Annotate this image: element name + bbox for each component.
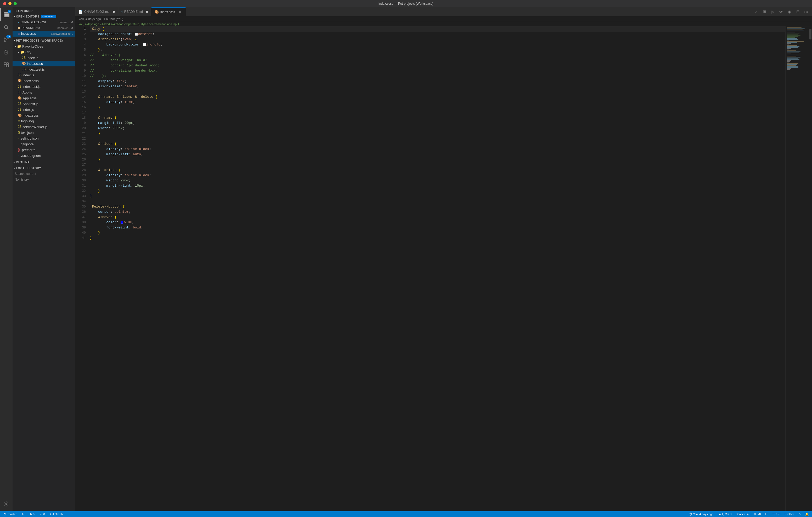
errors-count: 0 — [33, 513, 34, 516]
code-line-24: display: inline-block; — [90, 147, 785, 152]
scrollbar-thumb[interactable] — [809, 29, 811, 39]
workspace-header[interactable]: ▾ PET-PROJECTS (WORKSPACE) — [12, 38, 75, 43]
split-editor-button[interactable]: ⟐ — [752, 8, 760, 16]
spaces-status[interactable]: Spaces: 4 — [734, 513, 750, 516]
git-lens-right-status[interactable]: You, 4 days ago — [688, 513, 715, 516]
file-indexjs-city[interactable]: JS index.js — [12, 55, 75, 61]
file-eslintrc[interactable]: · .eslintrc.json — [12, 135, 75, 141]
ln-6: 6 — [75, 53, 86, 58]
code-line-3: &:nth-child(even) { — [90, 37, 785, 42]
code-line-15: display: flex; — [90, 99, 785, 105]
tab-changelog[interactable]: 📄 CHANGELOG.md — [75, 7, 118, 17]
activity-git[interactable]: 15 — [0, 33, 12, 46]
bell-status[interactable]: 🔔 — [804, 513, 810, 516]
run-button[interactable]: ▷ — [769, 8, 776, 16]
language-status[interactable]: SCSS — [772, 513, 781, 516]
indexjs2-label: index.js — [23, 108, 34, 112]
code-line-20: width: 200px; — [90, 126, 785, 131]
minimize-button[interactable] — [8, 2, 11, 5]
scss-icon-3: 🎨 — [18, 96, 22, 100]
ln-24: 24 — [75, 147, 86, 152]
breadcrumb-text: You, 4 days ago | 1 author (You) — [79, 17, 123, 21]
file-indexscss-city[interactable]: 🎨 index.scss — [12, 61, 75, 66]
ln-19: 19 — [75, 121, 86, 126]
outline-label: OUTLINE — [16, 161, 30, 164]
ln-10: 10 — [75, 73, 86, 79]
close-button[interactable] — [3, 2, 6, 5]
city-folder-icon: 📁 — [20, 50, 24, 54]
indextestjs-root-label: index.test.js — [23, 85, 40, 89]
json-icon-1: {} — [18, 131, 20, 134]
ln-16: 16 — [75, 105, 86, 110]
eye-button[interactable]: 👁 — [778, 8, 785, 16]
git-graph-status[interactable]: Git Graph — [49, 511, 64, 517]
status-bar: master ↻ ⊗ 0 ⚠ 0 Git Graph You, 4 days a… — [0, 511, 812, 517]
file-appjs[interactable]: JS App.js — [12, 89, 75, 95]
activity-settings[interactable] — [0, 499, 12, 511]
tab-readme[interactable]: ℹ README.md — [118, 7, 151, 17]
code-content[interactable]: .City { background-color: #efefef; &:nth… — [88, 26, 785, 511]
maximize-button[interactable] — [13, 2, 17, 5]
line-ending-status[interactable]: LF — [764, 513, 770, 516]
city-chevron: ▾ — [18, 51, 19, 54]
file-textjson[interactable]: {} text.json — [12, 130, 75, 135]
file-prettierrc[interactable]: {} .prettierrc — [12, 147, 75, 153]
svg-rect-9 — [4, 63, 6, 65]
open-editors-header[interactable]: ▾ OPEN EDITORS 1 UNSAVED — [12, 13, 75, 19]
folder-favoritecities[interactable]: ▾ 📁 FavoriteCities — [12, 43, 75, 49]
file-appscss[interactable]: 🎨 App.scss — [12, 95, 75, 101]
file-logosvg[interactable]: ◇ logo.svg — [12, 118, 75, 124]
file-apptestjs[interactable]: JS App.test.js — [12, 101, 75, 107]
sync-status[interactable]: ↻ — [21, 511, 25, 517]
folder-city[interactable]: ▾ 📁 City — [12, 49, 75, 55]
encoding-status[interactable]: UTF-8 — [752, 513, 762, 516]
code-line-23: &--icon { — [90, 142, 785, 147]
ln-1: 1 — [75, 26, 86, 32]
indexscss-close-button[interactable]: ✕ — [178, 9, 182, 14]
open-editor-indexscss[interactable]: ✕ index.scss accuweather-te... — [12, 31, 75, 37]
toggle-panel-button[interactable]: ⊞ — [761, 8, 768, 16]
activity-search[interactable] — [0, 21, 12, 33]
errors-status[interactable]: ⊗ 0 — [29, 511, 36, 517]
tab-indexscss[interactable]: 🎨 index.scss ✕ — [151, 7, 186, 17]
local-history-search[interactable]: Search: current — [12, 171, 75, 177]
more-button[interactable]: ••• — [803, 8, 810, 16]
code-line-37: &:hover { — [90, 215, 785, 220]
smiley-status[interactable]: ☺ — [797, 513, 802, 516]
file-indexscss-root[interactable]: 🎨 index.scss — [12, 78, 75, 84]
open-editor-changelog-label: CHANGELOG.md — [21, 20, 46, 24]
layout-button[interactable]: ⊟ — [794, 8, 802, 16]
code-line-14: &--name, &--icon, &--delete { — [90, 94, 785, 99]
file-indexjs-root[interactable]: JS index.js — [12, 72, 75, 78]
file-indextestjs-root[interactable]: JS index.test.js — [12, 84, 75, 89]
file-vscodeignore[interactable]: · .vscodeIgnore — [12, 153, 75, 158]
local-history-section[interactable]: ▾ LOCAL HISTORY — [12, 165, 75, 171]
prettier-status[interactable]: Prettier — [783, 513, 795, 516]
file-indextestjs-city[interactable]: JS index.test.js — [12, 66, 75, 72]
warnings-status[interactable]: ⚠ 0 — [39, 511, 46, 517]
activity-explorer[interactable]: 1 — [0, 8, 12, 21]
file-serviceworker[interactable]: JS serviceWorker.js — [12, 124, 75, 130]
readme-tab-icon: ℹ — [121, 10, 123, 14]
bookmark-button[interactable]: ◈ — [786, 8, 793, 16]
activity-debug[interactable] — [0, 46, 12, 59]
file-gitignore[interactable]: · .gitignore — [12, 141, 75, 147]
scrollbar-track[interactable] — [809, 26, 812, 511]
traffic-lights[interactable] — [3, 2, 17, 5]
svg-rect-6 — [5, 51, 8, 54]
prettier-icon: {} — [18, 148, 20, 152]
activity-extensions[interactable] — [0, 59, 12, 71]
outline-chevron: ▸ — [13, 161, 15, 164]
file-indexjs2[interactable]: JS index.js — [12, 107, 75, 112]
code-line-40: } — [90, 230, 785, 236]
position-status[interactable]: Ln 1, Col 8 — [717, 513, 732, 516]
outline-section[interactable]: ▸ OUTLINE — [12, 159, 75, 165]
minimap-content — [786, 26, 809, 71]
code-editor[interactable]: 1 2 3 4 5 6 7 8 9 10 11 12 13 14 15 16 1 — [75, 26, 812, 511]
open-editor-changelog[interactable]: ● CHANGELOG.md noeme... M — [12, 19, 75, 25]
git-branch-status[interactable]: master — [2, 511, 18, 517]
file-indexscss2[interactable]: 🎨 index.scss — [12, 112, 75, 118]
changelog-icon: ● — [18, 21, 20, 24]
open-editor-readme[interactable]: README.md noemi-v... M — [12, 25, 75, 31]
js-icon-5: JS — [18, 90, 22, 94]
